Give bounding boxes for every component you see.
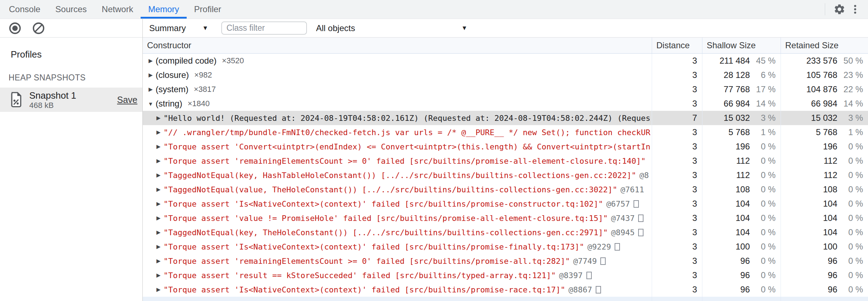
table-row[interactable]: ▶"Torque assert 'remainingElementsCount …	[143, 254, 868, 268]
expand-arrow-icon[interactable]: ▶	[153, 286, 163, 293]
size-percent: 17 %	[750, 84, 781, 94]
string-value: "TaggedNotEqual(value, TheHoleConstant()…	[163, 185, 617, 194]
size-percent: 0 %	[750, 256, 781, 266]
snapshot-list-item[interactable]: Snapshot 1 468 kB Save	[0, 88, 142, 112]
size-value: 104	[781, 227, 837, 237]
table-row[interactable]: ▶"Hello world! (Requested at: 2024-08-19…	[143, 111, 868, 125]
size-percent: 0 %	[837, 227, 868, 237]
expand-arrow-icon[interactable]: ▶	[153, 158, 163, 164]
instance-count: ×3817	[194, 85, 216, 94]
expand-arrow-icon[interactable]: ▶	[146, 86, 156, 93]
instance-count: ×1840	[188, 99, 210, 108]
string-value: "Torque assert 'Is<NativeContext>(contex…	[163, 199, 603, 208]
kebab-menu-icon[interactable]	[847, 1, 863, 17]
size-value: 104 876	[781, 84, 837, 94]
distance-cell: 3	[652, 254, 702, 268]
expand-arrow-icon[interactable]: ▶	[153, 243, 163, 250]
record-heap-snapshot-icon[interactable]	[7, 20, 23, 36]
distance-cell: 7	[652, 111, 702, 125]
tab-network[interactable]: Network	[94, 0, 141, 19]
class-filter-input[interactable]	[221, 21, 307, 35]
size-percent: 3 %	[837, 113, 868, 123]
size-value: 104	[702, 213, 750, 223]
retained-size-cell: 1040 %	[781, 211, 868, 225]
tab-console[interactable]: Console	[1, 0, 48, 19]
column-header-distance[interactable]: Distance	[652, 38, 702, 53]
table-row[interactable]: ▶"Torque assert 'remainingElementsCount …	[143, 154, 868, 168]
table-row[interactable]: ▶"Torque assert 'Is<NativeContext>(conte…	[143, 282, 868, 297]
table-row[interactable]: ▶(closure)×982328 1286 %105 76823 %	[143, 68, 868, 82]
table-row[interactable]: ▶(compiled code)×35203211 48445 %233 576…	[143, 54, 868, 68]
table-row[interactable]: ▶"Torque assert 'Is<NativeContext>(conte…	[143, 240, 868, 254]
tab-memory[interactable]: Memory	[141, 0, 187, 19]
expand-arrow-icon[interactable]: ▶	[153, 115, 163, 121]
retained-size-cell: 960 %	[781, 282, 868, 297]
clear-profiles-icon[interactable]	[31, 20, 46, 36]
size-percent: 22 %	[837, 84, 868, 94]
snapshot-name: Snapshot 1	[29, 90, 76, 101]
retained-size-cell: 1000 %	[781, 240, 868, 254]
perspective-select[interactable]: Summary ▼	[149, 23, 208, 33]
expand-arrow-icon[interactable]: ▶	[153, 272, 163, 278]
expand-arrow-icon[interactable]: ▶	[153, 201, 163, 207]
column-header-shallow-size[interactable]: Shallow Size	[702, 38, 781, 53]
expand-arrow-icon[interactable]: ▶	[153, 229, 163, 236]
size-percent: 0 %	[750, 156, 781, 166]
retained-size-cell: 233 57650 %	[781, 54, 868, 68]
snapshot-save-link[interactable]: Save	[117, 95, 137, 105]
shallow-size-cell: 1040 %	[702, 211, 781, 225]
table-row[interactable]: ▶(system)×3817377 76817 %104 87622 %	[143, 82, 868, 97]
column-header-constructor[interactable]: Constructor	[143, 38, 652, 53]
shallow-size-cell: 960 %	[702, 282, 781, 297]
expand-arrow-icon[interactable]: ▶	[153, 172, 163, 178]
expand-arrow-icon[interactable]: ▶	[146, 72, 156, 78]
heap-snapshot-grid: Constructor Distance Shallow Size Retain…	[143, 38, 868, 301]
size-value: 66 984	[781, 99, 837, 109]
table-row[interactable]: ▶"Torque assert 'Is<NativeContext>(conte…	[143, 197, 868, 211]
column-header-retained-size[interactable]: Retained Size	[781, 38, 868, 53]
size-value: 77 768	[702, 84, 750, 94]
constructor-cell: ▼(string)×1840	[143, 97, 652, 111]
shallow-size-cell: 1120 %	[702, 154, 781, 168]
expand-arrow-icon[interactable]: ▶	[146, 58, 156, 64]
expand-arrow-icon[interactable]: ▶	[153, 215, 163, 221]
tab-sources[interactable]: Sources	[48, 0, 94, 19]
expand-arrow-icon[interactable]: ▶	[153, 129, 163, 135]
table-row[interactable]: ▶"Torque assert 'Convert<uintptr>(endInd…	[143, 139, 868, 154]
tabbar-actions	[825, 0, 868, 19]
tab-profiler[interactable]: Profiler	[187, 0, 229, 19]
table-row[interactable]: ▶"Torque assert 'result == kStoreSuccede…	[143, 268, 868, 282]
size-value: 15 032	[702, 113, 750, 123]
collapse-arrow-icon[interactable]: ▼	[146, 101, 156, 107]
grid-filler	[143, 297, 868, 301]
object-id: @8867	[569, 285, 592, 294]
size-percent: 0 %	[750, 170, 781, 180]
table-row[interactable]: ▶"TaggedNotEqual(key, HashTableHoleConst…	[143, 168, 868, 182]
constructor-cell: ▶"Torque assert 'Is<NativeContext>(conte…	[143, 282, 652, 297]
table-row[interactable]: ▼(string)×1840366 98414 %66 98414 %	[143, 97, 868, 111]
heap-snapshot-view: Summary ▼ All objects ▼ Constructor Dist…	[143, 19, 868, 301]
main-tab-bar: Console Sources Network Memory Profiler	[0, 0, 868, 19]
expand-arrow-icon[interactable]: ▶	[153, 143, 163, 150]
constructor-name: (closure)	[156, 70, 189, 80]
table-row[interactable]: ▶"Torque assert 'value != PromiseHole' f…	[143, 211, 868, 225]
table-row[interactable]: ▶"TaggedNotEqual(value, TheHoleConstant(…	[143, 182, 868, 197]
settings-gear-icon[interactable]	[832, 1, 847, 17]
object-id: @8	[640, 171, 649, 180]
tab-label: Sources	[55, 4, 87, 14]
size-value: 100	[702, 242, 750, 252]
shallow-size-cell: 1040 %	[702, 225, 781, 240]
objects-scope-select[interactable]: All objects ▼	[316, 23, 468, 33]
constructor-cell: ▶(compiled code)×3520	[143, 54, 652, 68]
size-value: 96	[781, 270, 837, 280]
size-value: 96	[702, 270, 750, 280]
expand-arrow-icon[interactable]: ▶	[153, 186, 163, 193]
retained-size-cell: 1040 %	[781, 225, 868, 240]
table-row[interactable]: ▶"// .wrangler/tmp/bundle-FmNIt0/checked…	[143, 125, 868, 139]
table-row[interactable]: ▶"TaggedNotEqual(key, TheHoleConstant())…	[143, 225, 868, 240]
retained-size-cell: 960 %	[781, 268, 868, 282]
missing-glyph-box	[600, 257, 606, 265]
retained-size-cell: 1120 %	[781, 168, 868, 182]
expand-arrow-icon[interactable]: ▶	[153, 258, 163, 264]
object-id: @6757	[606, 199, 630, 208]
